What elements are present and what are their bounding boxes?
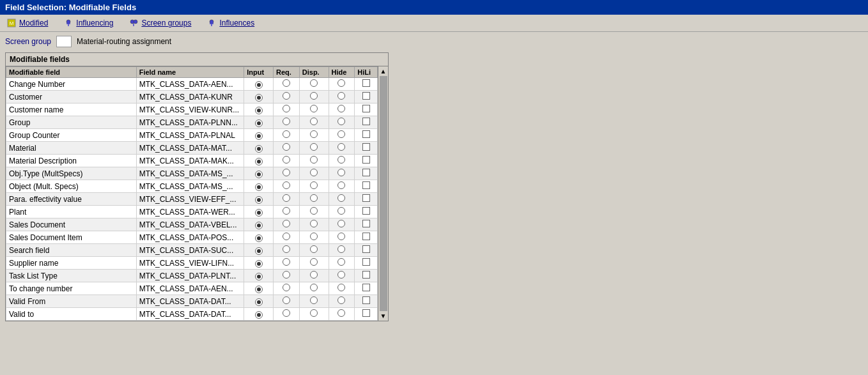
cell-hili[interactable] xyxy=(355,218,378,231)
cell-req[interactable] xyxy=(274,193,300,206)
cell-req[interactable] xyxy=(274,295,300,308)
scroll-down-arrow[interactable]: ▼ xyxy=(380,312,387,319)
checkbox-hili[interactable] xyxy=(362,207,370,215)
radio-disp[interactable] xyxy=(310,207,318,215)
cell-req[interactable] xyxy=(274,308,300,321)
checkbox-hili[interactable] xyxy=(362,194,370,202)
radio-req[interactable] xyxy=(283,79,290,87)
checkbox-hili[interactable] xyxy=(362,130,370,138)
cell-hide[interactable] xyxy=(329,91,355,103)
cell-req[interactable] xyxy=(274,257,300,270)
checkbox-hili[interactable] xyxy=(362,309,370,317)
radio-input[interactable] xyxy=(255,171,263,178)
radio-req[interactable] xyxy=(283,130,290,138)
cell-hide[interactable] xyxy=(329,282,355,295)
cell-hide[interactable] xyxy=(329,295,355,308)
cell-disp[interactable] xyxy=(299,129,329,142)
influences-button[interactable]: Influences xyxy=(204,17,257,29)
scrollbar[interactable]: ▲ ▼ xyxy=(378,66,388,321)
cell-disp[interactable] xyxy=(299,103,329,116)
cell-input[interactable] xyxy=(244,116,274,129)
cell-hili[interactable] xyxy=(355,257,378,270)
checkbox-hili[interactable] xyxy=(362,105,370,112)
checkbox-hili[interactable] xyxy=(362,156,370,164)
radio-hide[interactable] xyxy=(337,105,345,112)
checkbox-hili[interactable] xyxy=(362,143,370,151)
cell-hili[interactable] xyxy=(355,308,378,321)
radio-input[interactable] xyxy=(255,234,263,242)
radio-disp[interactable] xyxy=(310,284,318,291)
radio-req[interactable] xyxy=(283,118,290,125)
cell-hide[interactable] xyxy=(329,129,355,142)
cell-disp[interactable] xyxy=(299,270,329,282)
radio-disp[interactable] xyxy=(310,296,318,304)
cell-input[interactable] xyxy=(244,193,274,206)
radio-hide[interactable] xyxy=(337,194,345,202)
cell-hide[interactable] xyxy=(329,103,355,116)
radio-hide[interactable] xyxy=(337,233,345,240)
cell-hili[interactable] xyxy=(355,231,378,244)
radio-disp[interactable] xyxy=(310,233,318,240)
cell-disp[interactable] xyxy=(299,308,329,321)
cell-hide[interactable] xyxy=(329,142,355,155)
cell-disp[interactable] xyxy=(299,282,329,295)
checkbox-hili[interactable] xyxy=(362,79,370,87)
cell-req[interactable] xyxy=(274,231,300,244)
radio-input[interactable] xyxy=(255,196,263,204)
radio-req[interactable] xyxy=(283,156,290,164)
radio-hide[interactable] xyxy=(337,296,345,304)
cell-input[interactable] xyxy=(244,91,274,103)
radio-disp[interactable] xyxy=(310,220,318,227)
radio-req[interactable] xyxy=(283,194,290,202)
cell-disp[interactable] xyxy=(299,142,329,155)
radio-req[interactable] xyxy=(283,271,290,279)
cell-input[interactable] xyxy=(244,103,274,116)
cell-hide[interactable] xyxy=(329,308,355,321)
cell-hide[interactable] xyxy=(329,257,355,270)
cell-hide[interactable] xyxy=(329,193,355,206)
cell-disp[interactable] xyxy=(299,218,329,231)
cell-disp[interactable] xyxy=(299,244,329,257)
screen-groups-button[interactable]: Screen groups xyxy=(126,17,194,29)
cell-hili[interactable] xyxy=(355,167,378,180)
cell-input[interactable] xyxy=(244,308,274,321)
radio-input[interactable] xyxy=(255,311,263,319)
checkbox-hili[interactable] xyxy=(362,296,370,304)
radio-disp[interactable] xyxy=(310,105,318,112)
cell-req[interactable] xyxy=(274,142,300,155)
radio-req[interactable] xyxy=(283,169,290,176)
radio-req[interactable] xyxy=(283,181,290,189)
cell-disp[interactable] xyxy=(299,295,329,308)
radio-hide[interactable] xyxy=(337,92,345,100)
cell-disp[interactable] xyxy=(299,193,329,206)
radio-hide[interactable] xyxy=(337,271,345,279)
cell-hili[interactable] xyxy=(355,91,378,103)
cell-hide[interactable] xyxy=(329,244,355,257)
cell-hili[interactable] xyxy=(355,193,378,206)
cell-hide[interactable] xyxy=(329,116,355,129)
cell-input[interactable] xyxy=(244,231,274,244)
radio-req[interactable] xyxy=(283,296,290,304)
cell-hili[interactable] xyxy=(355,155,378,167)
cell-input[interactable] xyxy=(244,167,274,180)
radio-hide[interactable] xyxy=(337,207,345,215)
cell-input[interactable] xyxy=(244,257,274,270)
cell-hili[interactable] xyxy=(355,180,378,193)
screen-group-input[interactable] xyxy=(56,36,72,47)
cell-disp[interactable] xyxy=(299,78,329,91)
cell-hide[interactable] xyxy=(329,180,355,193)
cell-req[interactable] xyxy=(274,218,300,231)
cell-hili[interactable] xyxy=(355,78,378,91)
radio-req[interactable] xyxy=(283,207,290,215)
radio-input[interactable] xyxy=(255,286,263,293)
cell-hide[interactable] xyxy=(329,78,355,91)
radio-input[interactable] xyxy=(255,145,263,153)
checkbox-hili[interactable] xyxy=(362,220,370,227)
radio-disp[interactable] xyxy=(310,92,318,100)
cell-input[interactable] xyxy=(244,78,274,91)
cell-disp[interactable] xyxy=(299,91,329,103)
radio-hide[interactable] xyxy=(337,169,345,176)
radio-input[interactable] xyxy=(255,247,263,255)
radio-disp[interactable] xyxy=(310,130,318,138)
cell-req[interactable] xyxy=(274,129,300,142)
